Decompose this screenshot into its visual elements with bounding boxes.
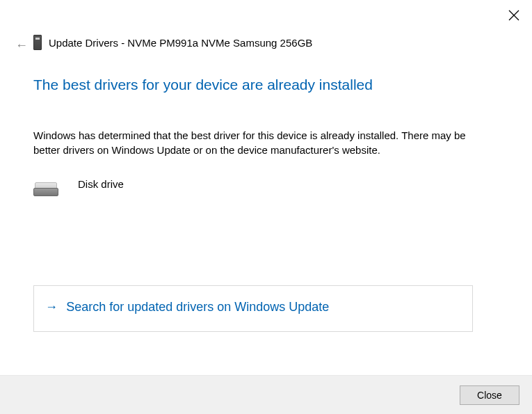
device-icon bbox=[33, 35, 42, 50]
close-icon[interactable] bbox=[508, 10, 519, 21]
content-area: The best drivers for your device are alr… bbox=[33, 77, 499, 218]
search-windows-update-label: Search for updated drivers on Windows Up… bbox=[66, 300, 329, 314]
back-arrow-icon[interactable]: ← bbox=[15, 39, 28, 51]
result-heading: The best drivers for your device are alr… bbox=[33, 77, 499, 93]
close-button[interactable]: Close bbox=[460, 385, 519, 405]
disk-drive-icon bbox=[33, 182, 58, 198]
device-row: Disk drive bbox=[33, 178, 499, 198]
wizard-title: Update Drivers - NVMe PM991a NVMe Samsun… bbox=[49, 37, 312, 49]
wizard-title-row: Update Drivers - NVMe PM991a NVMe Samsun… bbox=[33, 35, 312, 50]
footer-bar: Close bbox=[0, 375, 532, 414]
device-label: Disk drive bbox=[78, 178, 124, 190]
arrow-right-icon: → bbox=[45, 300, 58, 315]
result-body: Windows has determined that the best dri… bbox=[33, 128, 478, 157]
search-windows-update-link[interactable]: → Search for updated drivers on Windows … bbox=[33, 285, 473, 332]
